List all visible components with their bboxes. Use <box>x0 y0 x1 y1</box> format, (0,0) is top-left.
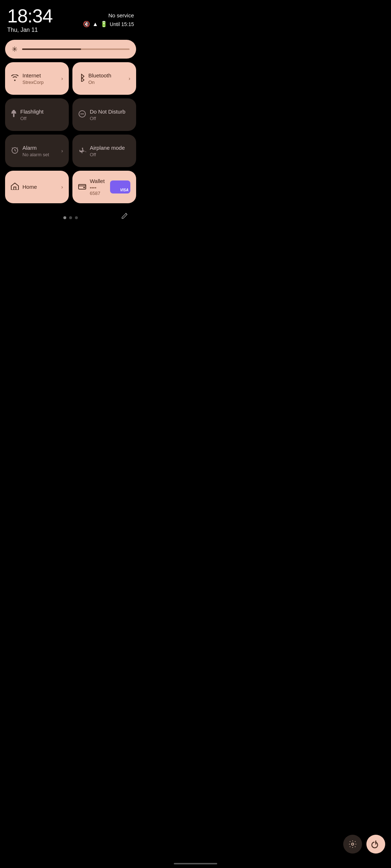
brightness-control[interactable]: ✳ <box>5 40 136 59</box>
quick-settings-panel: ✳ Internet StrexCorp › <box>0 36 141 230</box>
bluetooth-tile[interactable]: Bluetooth On › <box>72 62 136 95</box>
brightness-slider[interactable] <box>22 48 130 50</box>
tiles-grid: Internet StrexCorp › Bluetooth On <box>5 62 136 203</box>
alarm-chevron: › <box>61 148 63 154</box>
svg-line-8 <box>17 148 18 149</box>
svg-line-7 <box>12 148 13 149</box>
mute-icon: 🔇 <box>83 21 90 27</box>
signal-status: No service <box>108 12 134 18</box>
home-chevron: › <box>61 184 63 190</box>
alarm-subtitle: No alarm set <box>22 152 58 157</box>
page-dot-1 <box>63 216 66 219</box>
svg-rect-0 <box>13 110 15 111</box>
airplane-tile[interactable]: Airplane mode Off <box>72 135 136 167</box>
wifi-icon <box>11 75 19 83</box>
page-indicators-row <box>5 210 136 223</box>
wifi-status-icon: ▲ <box>92 21 98 27</box>
airplane-icon <box>78 146 86 156</box>
brightness-icon: ✳ <box>12 45 18 54</box>
dnd-title: Do Not Disturb <box>90 109 130 115</box>
svg-rect-1 <box>13 114 14 117</box>
home-tile[interactable]: Home › <box>5 171 69 203</box>
visa-label: VISA <box>120 188 129 192</box>
wallet-subtitle: •••• 6587 <box>90 185 106 196</box>
home-icon <box>11 183 19 192</box>
bluetooth-icon <box>78 74 85 84</box>
alarm-icon <box>11 146 19 156</box>
page-dot-2 <box>69 216 72 219</box>
internet-chevron: › <box>61 76 63 81</box>
page-dot-3 <box>75 216 78 219</box>
wallet-title: Wallet <box>90 178 106 184</box>
svg-rect-9 <box>79 184 86 189</box>
wallet-icon <box>78 183 86 191</box>
page-indicators <box>63 216 78 219</box>
svg-rect-10 <box>83 187 85 188</box>
internet-subtitle: StrexCorp <box>22 80 58 85</box>
bluetooth-subtitle: On <box>88 80 125 85</box>
airplane-title: Airplane mode <box>90 145 130 151</box>
flashlight-tile[interactable]: Flashlight Off <box>5 98 69 131</box>
alarm-title: Alarm <box>22 145 58 151</box>
dnd-tile[interactable]: Do Not Disturb Off <box>72 98 136 131</box>
internet-title: Internet <box>22 72 58 79</box>
wallet-tile[interactable]: Wallet •••• 6587 VISA <box>72 171 136 203</box>
airplane-subtitle: Off <box>90 152 130 157</box>
flashlight-icon <box>11 110 17 120</box>
flashlight-title: Flashlight <box>20 109 63 115</box>
clock: 18:34 <box>7 7 52 25</box>
dnd-subtitle: Off <box>90 116 130 121</box>
wallet-card: VISA <box>110 180 130 193</box>
flashlight-subtitle: Off <box>20 116 63 121</box>
status-bar: 18:34 Thu, Jan 11 No service 🔇 ▲ 🔋 Until… <box>0 0 141 36</box>
edit-button[interactable] <box>121 211 129 221</box>
svg-line-6 <box>15 150 16 151</box>
dnd-icon <box>78 110 86 120</box>
internet-tile[interactable]: Internet StrexCorp › <box>5 62 69 95</box>
bluetooth-chevron: › <box>129 76 130 81</box>
brightness-fill <box>22 48 81 50</box>
alarm-tile[interactable]: Alarm No alarm set › <box>5 135 69 167</box>
home-title: Home <box>22 184 58 190</box>
battery-icon: 🔋 <box>100 21 108 27</box>
battery-time: Until 15:15 <box>110 21 134 27</box>
bluetooth-title: Bluetooth <box>88 72 125 79</box>
date: Thu, Jan 11 <box>7 27 52 33</box>
